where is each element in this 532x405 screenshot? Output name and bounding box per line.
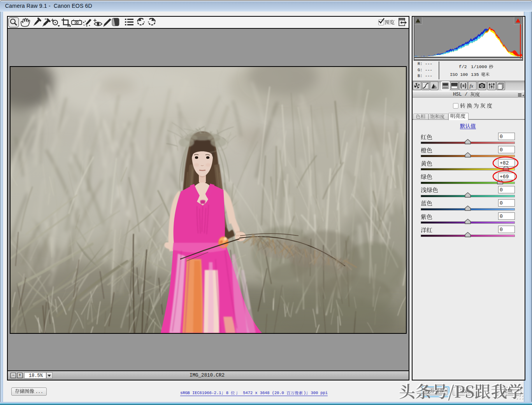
svg-text:fx: fx <box>470 83 474 89</box>
